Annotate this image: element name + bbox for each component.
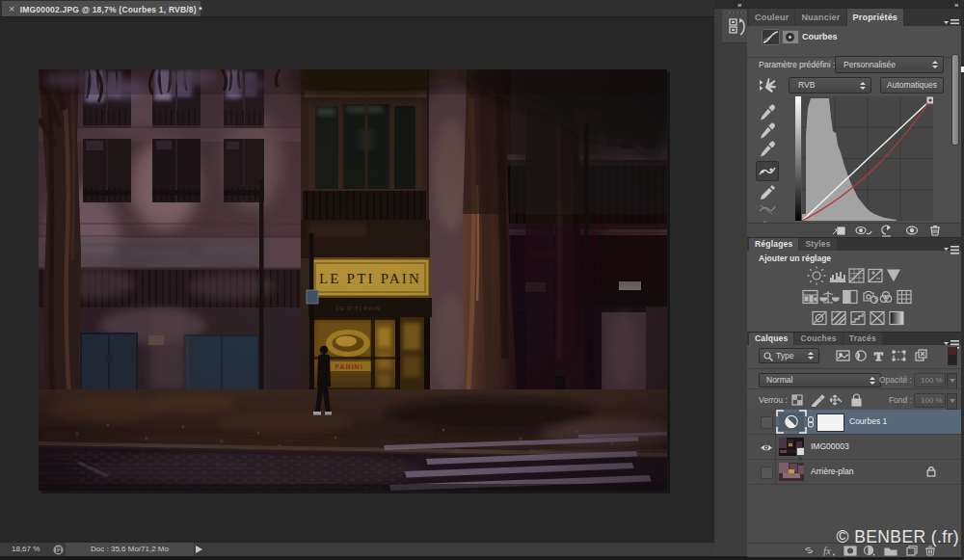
svg-text:T: T (874, 349, 883, 362)
